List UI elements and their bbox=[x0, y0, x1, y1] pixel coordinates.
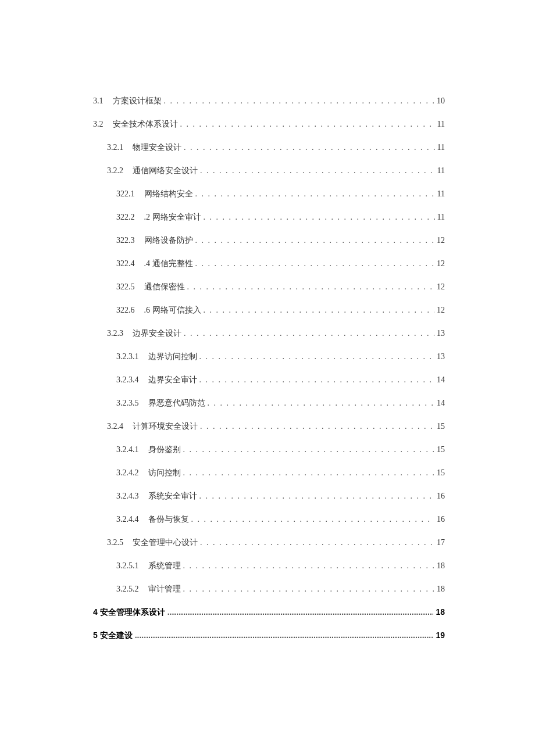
toc-container: 3.1方案设计框架103.2安全技术体系设计113.2.1物理安全设计113.2… bbox=[93, 96, 445, 641]
toc-page-number: 14 bbox=[437, 399, 445, 408]
toc-page-number: 15 bbox=[437, 445, 445, 454]
toc-entry: 3.2.3.4边界安全审计14 bbox=[93, 375, 445, 385]
toc-leader-dots bbox=[200, 538, 434, 547]
toc-page-number: 12 bbox=[437, 236, 445, 245]
toc-entry: 3.2.5安全管理中心设计17 bbox=[93, 538, 445, 548]
toc-leader-dots bbox=[199, 352, 435, 361]
toc-page-number: 17 bbox=[437, 538, 445, 547]
toc-page-number: 15 bbox=[437, 468, 445, 478]
toc-leader-dots bbox=[183, 445, 435, 454]
toc-leader-dots bbox=[204, 213, 435, 222]
toc-entry: 322.3网络设备防护12 bbox=[93, 235, 445, 246]
toc-page-number: 13 bbox=[437, 329, 445, 338]
toc-entry: 3.2.3边界安全设计13 bbox=[93, 328, 445, 339]
toc-entry: 322.6.6 网络可信接入12 bbox=[93, 305, 445, 316]
toc-title: 边界安全设计 bbox=[133, 328, 181, 339]
toc-title: 系统安全审计 bbox=[148, 491, 197, 501]
toc-page-number: 10 bbox=[437, 96, 445, 106]
toc-page-number: 18 bbox=[437, 561, 445, 571]
toc-title: .2 网络安全审计 bbox=[144, 212, 201, 223]
toc-number: 3.2.5.2 bbox=[116, 585, 139, 594]
toc-number: 322.2 bbox=[116, 213, 135, 222]
toc-entry: 322.5通信保密性12 bbox=[93, 282, 445, 292]
toc-leader-dots bbox=[195, 236, 435, 245]
toc-title: 访问控制 bbox=[148, 468, 181, 478]
toc-title: 备份与恢复 bbox=[148, 514, 189, 525]
toc-title: 系统管理 bbox=[148, 561, 181, 571]
toc-number: 322.1 bbox=[116, 189, 135, 199]
toc-page-number: 16 bbox=[437, 515, 445, 524]
toc-entry: 3.2.2通信网络安全设计11 bbox=[93, 166, 445, 176]
toc-entry: 3.2.4.3系统安全审计16 bbox=[93, 491, 445, 501]
toc-number: 322.5 bbox=[116, 282, 135, 292]
toc-page-number: 14 bbox=[437, 375, 445, 385]
toc-title: 界恶意代码防范 bbox=[148, 398, 205, 409]
toc-entry: 3.2.4.1身份鉴别15 bbox=[93, 445, 445, 455]
toc-title: 安全管理中心设计 bbox=[133, 538, 198, 548]
toc-number: 3.2.4.3 bbox=[116, 492, 139, 501]
toc-entry: 322.4.4 通信完整性12 bbox=[93, 259, 445, 269]
toc-leader-dots bbox=[187, 282, 435, 292]
toc-page-number: 11 bbox=[437, 189, 445, 199]
toc-leader-dots bbox=[167, 607, 434, 617]
toc-number: 3.2.2 bbox=[107, 166, 123, 175]
toc-number: 322.6 bbox=[116, 306, 135, 315]
toc-title: 边界访问控制 bbox=[148, 352, 197, 362]
toc-entry: 5 安全建设19 bbox=[93, 630, 445, 641]
toc-number: 3.2.4 bbox=[107, 422, 123, 431]
toc-number: 3.2.3 bbox=[107, 329, 123, 338]
toc-number: 322.3 bbox=[116, 236, 135, 245]
toc-number: 322.4 bbox=[116, 259, 135, 268]
toc-page-number: 13 bbox=[437, 352, 445, 361]
toc-page-number: 19 bbox=[436, 630, 445, 640]
toc-leader-dots bbox=[183, 468, 435, 478]
toc-entry: 3.2.3.5界恶意代码防范14 bbox=[93, 398, 445, 409]
toc-page-number: 12 bbox=[437, 282, 445, 292]
toc-title: .6 网络可信接入 bbox=[144, 305, 201, 316]
toc-leader-dots bbox=[164, 96, 435, 106]
toc-title: 方案设计框架 bbox=[113, 96, 162, 106]
toc-page-number: 18 bbox=[437, 585, 445, 594]
toc-leader-dots bbox=[183, 561, 435, 571]
toc-leader-dots bbox=[184, 143, 435, 152]
toc-number: 3.2.4.4 bbox=[116, 515, 139, 524]
toc-number: 3.2.3.4 bbox=[116, 375, 139, 385]
toc-number: 3.2.4.2 bbox=[116, 468, 139, 478]
toc-title: 通信网络安全设计 bbox=[133, 166, 198, 176]
toc-number: 3.2.5 bbox=[107, 538, 123, 547]
toc-title: 审计管理 bbox=[148, 584, 181, 594]
toc-leader-dots bbox=[191, 515, 435, 524]
toc-leader-dots bbox=[199, 492, 435, 501]
toc-page-number: 15 bbox=[437, 422, 445, 431]
toc-leader-dots bbox=[195, 259, 435, 268]
toc-leader-dots bbox=[199, 375, 435, 385]
toc-page-number: 12 bbox=[437, 259, 445, 268]
toc-page-number: 11 bbox=[437, 143, 445, 152]
toc-leader-dots bbox=[204, 306, 435, 315]
toc-title: 5 安全建设 bbox=[93, 630, 133, 641]
toc-entry: 3.2.5.1系统管理18 bbox=[93, 561, 445, 571]
toc-title: .4 通信完整性 bbox=[144, 259, 193, 269]
toc-entry: 3.2.4.4备份与恢复16 bbox=[93, 514, 445, 525]
toc-leader-dots bbox=[195, 189, 435, 199]
toc-entry: 4 安全管理体系设计18 bbox=[93, 607, 445, 618]
toc-leader-dots bbox=[180, 120, 435, 129]
toc-page-number: 11 bbox=[437, 120, 445, 129]
toc-page-number: 16 bbox=[437, 492, 445, 501]
toc-title: 网络设备防护 bbox=[144, 235, 193, 246]
toc-title: 边界安全审计 bbox=[148, 375, 197, 385]
toc-entry: 3.2.5.2审计管理18 bbox=[93, 584, 445, 594]
toc-leader-dots bbox=[135, 630, 434, 640]
toc-page-number: 12 bbox=[437, 306, 445, 315]
toc-title: 网络结构安全 bbox=[144, 189, 193, 199]
toc-entry: 3.2.3.1边界访问控制13 bbox=[93, 352, 445, 362]
toc-entry: 322.1网络结构安全11 bbox=[93, 189, 445, 199]
toc-title: 4 安全管理体系设计 bbox=[93, 607, 165, 618]
toc-entry: 3.2.1物理安全设计11 bbox=[93, 142, 445, 153]
toc-number: 3.1 bbox=[93, 96, 104, 106]
toc-number: 3.2.3.1 bbox=[116, 352, 139, 361]
toc-leader-dots bbox=[183, 585, 435, 594]
toc-page-number: 18 bbox=[436, 607, 445, 617]
toc-leader-dots bbox=[200, 422, 434, 431]
toc-number: 3.2.3.5 bbox=[116, 399, 139, 408]
